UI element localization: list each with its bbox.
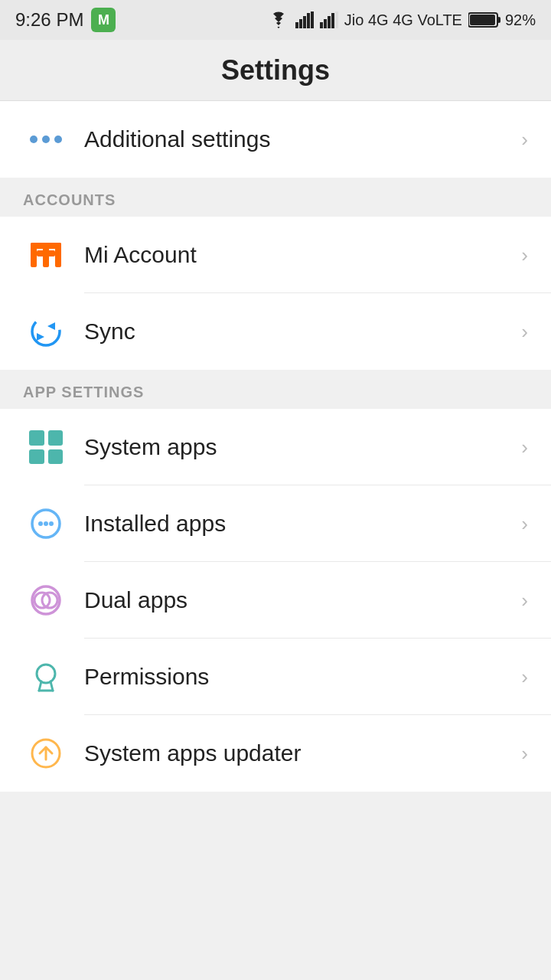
signal-icon [295, 11, 314, 28]
grid-icon [23, 430, 69, 464]
svg-point-26 [32, 586, 60, 614]
svg-rect-17 [37, 250, 46, 256]
chevron-right-icon: › [521, 128, 528, 152]
chevron-right-icon: › [521, 512, 528, 536]
battery-icon: 92% [468, 11, 536, 29]
svg-rect-5 [320, 22, 323, 28]
svg-rect-12 [470, 15, 495, 25]
system-apps-label: System apps [84, 434, 521, 460]
installed-apps-item[interactable]: Installed apps › [0, 485, 551, 562]
dual-icon [23, 583, 69, 617]
status-icons: Jio 4G 4G VoLTE 92% [268, 11, 536, 29]
chevron-right-icon: › [521, 243, 528, 267]
app-header: Settings [0, 40, 551, 101]
chevron-right-icon: › [521, 742, 528, 766]
svg-marker-21 [37, 333, 44, 341]
chevron-right-icon: › [521, 589, 528, 612]
time-display: 9:26 PM [15, 9, 83, 31]
svg-rect-6 [324, 19, 327, 28]
system-apps-item[interactable]: System apps › [0, 409, 551, 485]
svg-rect-18 [46, 250, 55, 256]
dual-apps-item[interactable]: Dual apps › [0, 562, 551, 639]
mi-account-label: Mi Account [84, 242, 521, 268]
installed-apps-label: Installed apps [84, 511, 521, 537]
svg-point-19 [32, 318, 60, 345]
svg-rect-1 [299, 19, 302, 28]
app-settings-section-label: APP SETTINGS [23, 384, 144, 400]
svg-rect-3 [307, 13, 310, 28]
app-settings-group: System apps › Installed apps › Dual apps… [0, 409, 551, 792]
page-title: Settings [221, 54, 330, 87]
sync-label: Sync [84, 318, 521, 345]
svg-rect-4 [311, 11, 314, 28]
award-icon [23, 660, 69, 694]
svg-rect-7 [328, 16, 331, 28]
system-apps-updater-label: System apps updater [84, 740, 521, 766]
svg-rect-11 [497, 17, 500, 23]
carrier-text: Jio 4G 4G VoLTE [344, 11, 462, 29]
svg-line-31 [51, 681, 53, 691]
additional-settings-item[interactable]: Additional settings › [0, 101, 551, 178]
upload-icon [23, 737, 69, 770]
svg-point-23 [38, 521, 43, 526]
svg-rect-8 [331, 13, 334, 28]
chevron-right-icon: › [521, 436, 528, 459]
signal2-icon [320, 11, 338, 28]
system-apps-updater-item[interactable]: System apps updater › [0, 715, 551, 792]
svg-point-24 [44, 521, 48, 526]
sync-item[interactable]: Sync › [0, 293, 551, 370]
accounts-section-header: ACCOUNTS [0, 178, 551, 217]
mi-logo-icon [23, 237, 69, 273]
svg-rect-9 [335, 11, 338, 28]
svg-rect-16 [31, 243, 61, 249]
status-bar: 9:26 PM M Jio 4G 4G VoLTE [0, 0, 551, 40]
battery-percent: 92% [505, 11, 536, 29]
svg-line-30 [39, 681, 41, 691]
top-settings-group: Additional settings › [0, 101, 551, 178]
svg-point-29 [37, 665, 55, 683]
accounts-settings-group: Mi Account › Sync › [0, 217, 551, 370]
svg-rect-0 [295, 22, 298, 28]
dots-icon [23, 136, 69, 143]
svg-rect-2 [303, 16, 306, 28]
dual-apps-label: Dual apps [84, 587, 521, 613]
permissions-item[interactable]: Permissions › [0, 639, 551, 715]
mi-account-item[interactable]: Mi Account › [0, 217, 551, 293]
svg-point-25 [49, 521, 54, 526]
svg-marker-20 [47, 322, 55, 330]
chevron-right-icon: › [521, 320, 528, 344]
additional-settings-label: Additional settings [84, 126, 521, 152]
chevron-right-icon: › [521, 665, 528, 689]
chat-icon [23, 507, 69, 541]
sync-icon [23, 315, 69, 348]
accounts-section-label: ACCOUNTS [23, 191, 116, 208]
status-time: 9:26 PM M [15, 8, 116, 32]
app-settings-section-header: APP SETTINGS [0, 370, 551, 409]
wifi-icon [268, 11, 289, 28]
permissions-label: Permissions [84, 664, 521, 690]
messenger-icon: M [91, 8, 116, 32]
